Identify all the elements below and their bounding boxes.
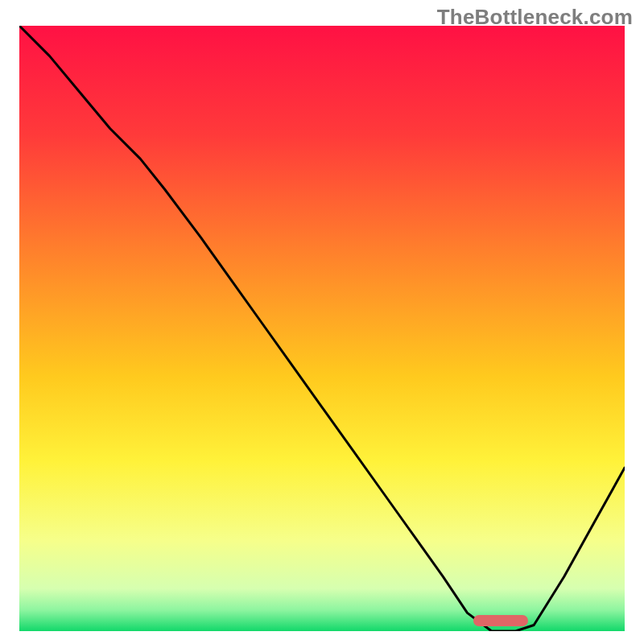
bottleneck-chart: TheBottleneck.com [0, 0, 644, 644]
gradient-background [19, 26, 625, 631]
chart-svg [19, 26, 625, 631]
plot-area [19, 26, 625, 631]
optimal-range-indicator [473, 615, 528, 626]
watermark-text: TheBottleneck.com [437, 5, 633, 30]
